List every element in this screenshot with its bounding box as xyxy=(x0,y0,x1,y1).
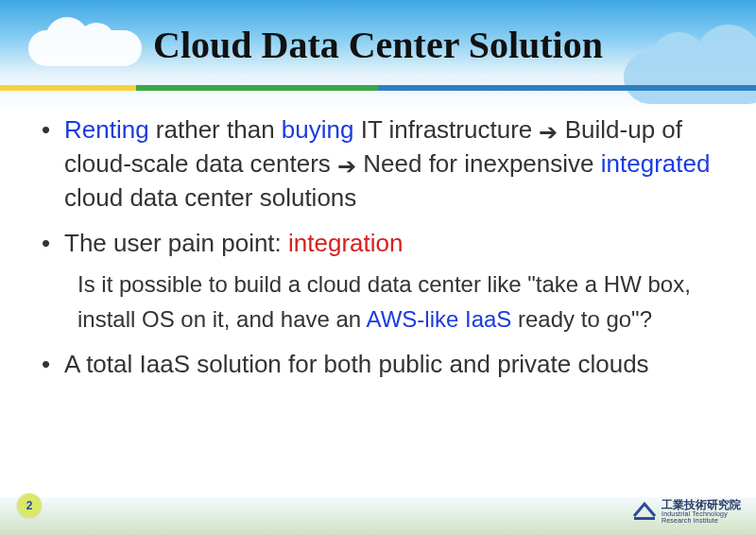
bullet-item: Renting rather than buying IT infrastruc… xyxy=(64,113,718,216)
text: IT infrastructure xyxy=(353,115,539,144)
highlight-blue: integrated xyxy=(601,149,711,178)
bullet-item: A total IaaS solution for both public an… xyxy=(64,348,718,382)
slide-title: Cloud Data Center Solution xyxy=(0,23,756,67)
org-name-en-line1: Industrial Technology xyxy=(662,510,741,517)
accent-segment-yellow xyxy=(0,85,136,91)
text: Need for inexpensive xyxy=(356,149,601,178)
slide-body: Renting rather than buying IT infrastruc… xyxy=(38,113,718,393)
svg-rect-0 xyxy=(634,517,655,520)
accent-segment-blue xyxy=(378,85,756,91)
highlight-red: integration xyxy=(288,229,403,257)
sub-text: Is it possible to build a cloud data cen… xyxy=(77,267,718,337)
org-name-zh: 工業技術研究院 xyxy=(662,499,741,510)
accent-segment-green xyxy=(136,85,378,91)
org-logo: 工業技術研究院 Industrial Technology Research I… xyxy=(633,499,741,524)
bullet-item: The user pain point: integration Is it p… xyxy=(64,227,718,337)
accent-underline xyxy=(0,85,756,91)
highlight-blue: buying xyxy=(282,115,354,144)
highlight-blue: Renting xyxy=(64,115,149,144)
arrow-icon: ➔ xyxy=(539,119,558,145)
text: The user pain point: xyxy=(64,229,288,257)
org-name-en-line2: Research Institute xyxy=(662,517,741,524)
page-number-badge: 2 xyxy=(17,493,42,518)
org-text: 工業技術研究院 Industrial Technology Research I… xyxy=(662,499,741,524)
highlight-blue: AWS-like IaaS xyxy=(367,306,512,332)
text: ready to go"? xyxy=(511,306,652,332)
bullet-list: Renting rather than buying IT infrastruc… xyxy=(38,113,718,382)
slide: Cloud Data Center Solution Renting rathe… xyxy=(0,0,756,535)
text: cloud data center solutions xyxy=(64,183,356,212)
text: A total IaaS solution for both public an… xyxy=(64,350,649,378)
text: rather than xyxy=(149,115,282,144)
logo-icon xyxy=(633,501,656,522)
arrow-icon: ➔ xyxy=(337,152,356,178)
